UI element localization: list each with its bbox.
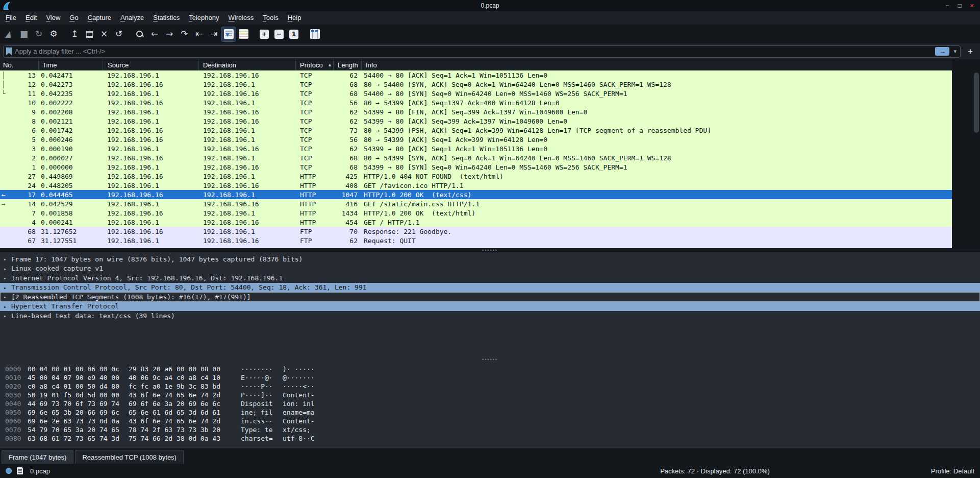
column-header-source[interactable]: Source bbox=[103, 59, 199, 70]
open-file-icon: ↥ bbox=[71, 30, 78, 38]
packet-row[interactable]: 9 0.002208 192.168.196.1 192.168.196.16 … bbox=[0, 107, 952, 116]
details-bytes-splitter[interactable]: •••••• bbox=[0, 357, 980, 362]
add-filter-button-icon[interactable]: + bbox=[965, 46, 976, 57]
toolbar-button[interactable]: ↷ bbox=[177, 27, 191, 41]
toolbar-button[interactable]: ⚙ bbox=[46, 27, 61, 41]
detail-tree-line[interactable]: ▸ Transmission Control Protocol, Src Por… bbox=[0, 283, 980, 293]
filter-dropdown-caret-icon[interactable]: ▾ bbox=[952, 48, 958, 55]
hex-row[interactable]: 0050 69 6e 65 3b 20 66 69 6c 65 6e 61 6d… bbox=[5, 409, 980, 417]
expand-arrow-icon[interactable]: ▸ bbox=[4, 275, 7, 281]
apply-filter-button[interactable]: → bbox=[935, 47, 949, 56]
menu-capture[interactable]: Capture bbox=[83, 11, 116, 25]
menu-help[interactable]: Help bbox=[283, 11, 306, 25]
toolbar-button[interactable]: − bbox=[272, 27, 286, 41]
expand-arrow-icon[interactable]: ▸ bbox=[4, 294, 7, 300]
hex-row[interactable]: 0000 00 04 00 01 00 06 00 0c 29 83 20 a6… bbox=[5, 365, 980, 374]
expert-info-icon[interactable] bbox=[6, 468, 12, 474]
filter-bookmark-icon[interactable] bbox=[6, 47, 12, 55]
packet-list-scrollbar-thumb[interactable] bbox=[974, 73, 979, 133]
toolbar-button[interactable]: → bbox=[162, 27, 177, 41]
packet-row[interactable]: 5 0.000246 192.168.196.16 192.168.196.1 … bbox=[0, 135, 952, 144]
menu-go[interactable]: Go bbox=[65, 11, 83, 25]
packet-row[interactable]: 2 0.000027 192.168.196.16 192.168.196.1 … bbox=[0, 153, 952, 162]
toolbar-button[interactable]: ⇤ bbox=[192, 27, 206, 41]
minimize-button[interactable]: − bbox=[942, 1, 952, 10]
maximize-button[interactable]: □ bbox=[954, 1, 965, 10]
tab-frame-bytes[interactable]: Frame (1047 bytes) bbox=[2, 450, 73, 464]
expand-arrow-icon[interactable]: ▸ bbox=[4, 303, 7, 309]
toolbar-button[interactable]: ⇥ bbox=[207, 27, 221, 41]
packet-row[interactable]: 68 31.127652 192.168.196.16 192.168.196.… bbox=[0, 227, 952, 236]
tab-reassembled-tcp[interactable]: Reassembled TCP (1008 bytes) bbox=[75, 450, 184, 464]
packet-row[interactable]: → 14 0.042529 192.168.196.1 192.168.196.… bbox=[0, 199, 952, 208]
expand-arrow-icon[interactable]: ▸ bbox=[4, 266, 7, 271]
column-header-protocol[interactable]: Protoco▲ bbox=[296, 59, 334, 70]
column-header-destination[interactable]: Destination bbox=[199, 59, 296, 70]
capture-comment-icon[interactable] bbox=[17, 467, 23, 474]
menu-tools[interactable]: Tools bbox=[258, 11, 283, 25]
toolbar-button[interactable]: ■ bbox=[17, 27, 31, 41]
list-details-splitter[interactable]: •••••• bbox=[0, 248, 980, 252]
toolbar-button[interactable]: × bbox=[97, 27, 111, 41]
column-header-no[interactable]: No. bbox=[0, 59, 39, 70]
toolbar-button[interactable] bbox=[308, 27, 322, 41]
display-filter-input[interactable] bbox=[15, 47, 932, 55]
hex-row[interactable]: 0070 54 79 70 65 3a 20 74 65 78 74 2f 63… bbox=[5, 426, 980, 435]
toolbar-button[interactable] bbox=[221, 27, 236, 41]
menu-view[interactable]: View bbox=[41, 11, 65, 25]
detail-tree-line[interactable]: ▸ Internet Protocol Version 4, Src: 192.… bbox=[0, 273, 980, 283]
hex-row[interactable]: 0010 45 00 04 07 90 e9 40 00 40 06 9c a4… bbox=[5, 374, 980, 383]
column-header-length[interactable]: Length bbox=[334, 59, 362, 70]
column-header-time[interactable]: Time bbox=[39, 59, 103, 70]
packet-row[interactable]: ← 17 0.044465 192.168.196.16 192.168.196… bbox=[0, 190, 952, 199]
detail-tree-line[interactable]: ▸ Frame 17: 1047 bytes on wire (8376 bit… bbox=[0, 254, 980, 264]
detail-tree-line[interactable]: ▸ Line-based text data: text/css (39 lin… bbox=[0, 311, 980, 321]
packet-row[interactable]: 24 0.448205 192.168.196.1 192.168.196.16… bbox=[0, 181, 952, 190]
menu-statistics[interactable]: Statistics bbox=[148, 11, 184, 25]
expand-arrow-icon[interactable]: ▸ bbox=[4, 313, 7, 319]
toolbar-button[interactable]: ↺ bbox=[112, 27, 126, 41]
status-profile[interactable]: Profile: Default bbox=[931, 467, 974, 475]
packet-row[interactable]: 6 0.001742 192.168.196.16 192.168.196.1 … bbox=[0, 126, 952, 135]
menu-file[interactable]: File bbox=[1, 11, 21, 25]
hex-row[interactable]: 0030 50 19 01 f5 0d 5d 00 00 43 6f 6e 74… bbox=[5, 391, 980, 400]
hex-row[interactable]: 0060 69 6e 2e 63 73 73 0d 0a 43 6f 6e 74… bbox=[5, 417, 980, 426]
packet-row[interactable]: 3 0.000190 192.168.196.1 192.168.196.16 … bbox=[0, 144, 952, 153]
toolbar-button[interactable] bbox=[133, 27, 147, 41]
menu-wireless[interactable]: Wireless bbox=[224, 11, 259, 25]
menu-edit[interactable]: Edit bbox=[21, 11, 41, 25]
detail-tree-line[interactable]: ▸ [2 Reassembled TCP Segments (1008 byte… bbox=[0, 292, 980, 302]
column-header-info[interactable]: Info bbox=[362, 59, 952, 70]
cell-no: 4 bbox=[7, 219, 39, 226]
toolbar-button[interactable] bbox=[236, 27, 250, 41]
toolbar-button[interactable]: ← bbox=[147, 27, 162, 41]
clipped-packet-row[interactable] bbox=[0, 245, 952, 248]
toolbar-button[interactable]: ▲ bbox=[2, 27, 16, 41]
display-filter-field[interactable]: → ▾ bbox=[3, 45, 961, 58]
menu-analyze[interactable]: Analyze bbox=[116, 11, 148, 25]
packet-row[interactable]: └ 11 0.042235 192.168.196.1 192.168.196.… bbox=[0, 89, 952, 98]
close-button[interactable]: × bbox=[967, 1, 977, 10]
toolbar-button[interactable]: 1 bbox=[287, 27, 301, 41]
detail-tree-line[interactable]: ▸ Hypertext Transfer Protocol bbox=[0, 302, 980, 312]
expand-arrow-icon[interactable]: ▸ bbox=[4, 256, 7, 262]
toolbar-button[interactable]: ↥ bbox=[67, 27, 82, 41]
packet-row[interactable]: 67 31.127551 192.168.196.1 192.168.196.1… bbox=[0, 236, 952, 245]
menu-telephony[interactable]: Telephony bbox=[184, 11, 223, 25]
toolbar-button[interactable]: + bbox=[257, 27, 271, 41]
toolbar-button[interactable]: ↻ bbox=[32, 27, 46, 41]
toolbar-button[interactable]: ▤ bbox=[82, 27, 96, 41]
expand-arrow-icon[interactable]: ▸ bbox=[4, 284, 7, 290]
packet-row[interactable]: 8 0.002121 192.168.196.1 192.168.196.16 … bbox=[0, 116, 952, 126]
packet-row[interactable]: 10 0.002222 192.168.196.16 192.168.196.1… bbox=[0, 98, 952, 107]
packet-row[interactable]: │ 12 0.042273 192.168.196.16 192.168.196… bbox=[0, 80, 952, 89]
packet-row[interactable]: 4 0.000241 192.168.196.1 192.168.196.16 … bbox=[0, 218, 952, 227]
packet-row[interactable]: 7 0.001858 192.168.196.16 192.168.196.1 … bbox=[0, 208, 952, 218]
packet-row[interactable]: 27 0.449869 192.168.196.16 192.168.196.1… bbox=[0, 172, 952, 181]
hex-row[interactable]: 0080 63 68 61 72 73 65 74 3d 75 74 66 2d… bbox=[5, 435, 980, 443]
packet-row[interactable]: 1 0.000000 192.168.196.1 192.168.196.16 … bbox=[0, 162, 952, 172]
hex-row[interactable]: 0020 c0 a8 c4 01 00 50 d4 80 fc fc a0 1e… bbox=[5, 383, 980, 391]
detail-tree-line[interactable]: ▸ Linux cooked capture v1 bbox=[0, 264, 980, 274]
packet-row[interactable]: │ 13 0.042471 192.168.196.1 192.168.196.… bbox=[0, 70, 952, 80]
hex-row[interactable]: 0040 44 69 73 70 6f 73 69 74 69 6f 6e 3a… bbox=[5, 400, 980, 409]
